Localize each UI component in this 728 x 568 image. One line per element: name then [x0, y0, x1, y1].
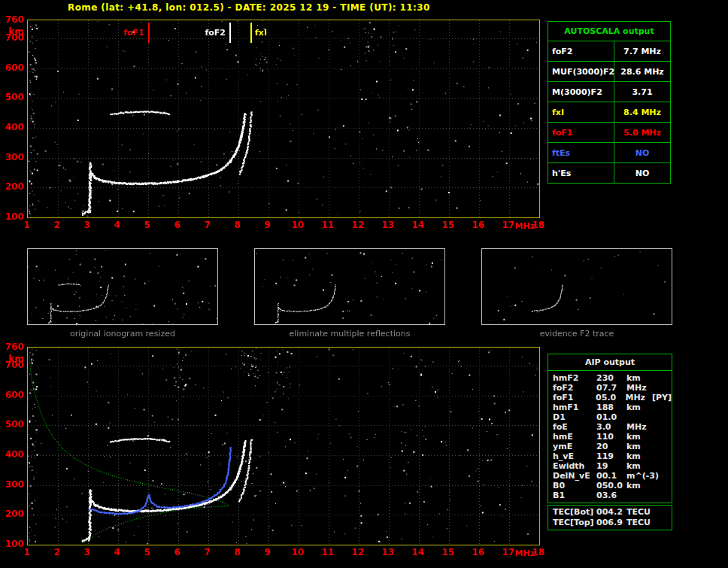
tec-aip-name: TEC[Top]	[548, 518, 596, 528]
x-tick-label: 1	[18, 547, 36, 557]
autoscala-row-label: ftEs	[548, 143, 614, 163]
aip-val: 20	[596, 442, 626, 451]
aip-name: hmF1	[548, 402, 596, 412]
x-tick-label: 12	[349, 220, 367, 230]
autoscala-table-rows: foF27.7 MHzMUF(3000)F228.6 MHzM(3000)F23…	[548, 41, 670, 183]
aip-extra	[654, 442, 672, 451]
x-tick-label: 1	[18, 220, 36, 230]
aip-unit: km	[626, 451, 654, 461]
tec-aip-val: 006.9	[596, 518, 626, 528]
y-tick-label: 300	[0, 152, 24, 163]
aip-row: Ewidth19km	[548, 461, 672, 471]
y-tick-label: 400	[0, 122, 24, 132]
tec-row: TEC[Top]006.9TECU	[548, 518, 672, 528]
y-tick-label: 500	[0, 92, 24, 102]
aip-extra	[654, 451, 672, 461]
thumbnail-original-box	[27, 248, 218, 325]
aip-val: 050.0	[596, 481, 626, 491]
thumbnail-multiples-box	[254, 248, 445, 325]
tec-aip-name: TEC[Bot]	[548, 507, 596, 518]
x-tick-label: 3	[78, 220, 96, 230]
x-tick-label: 13	[379, 220, 397, 230]
autoscala-row-label: MUF(3000)F2	[548, 62, 614, 81]
aip-row: B0050.0km	[548, 481, 672, 491]
x-tick-label: 17	[499, 220, 517, 230]
aip-name: Ewidth	[548, 461, 596, 471]
aip-extra	[654, 461, 672, 471]
thumbnail-f2trace-canvas	[482, 249, 672, 324]
x-tick-label: 9	[259, 547, 277, 557]
autoscala-row: MUF(3000)F228.6 MHz	[548, 61, 670, 81]
autoscala-row-value: 3.71	[614, 82, 670, 102]
aip-unit	[626, 412, 654, 422]
y-tick-label: 300	[0, 479, 24, 490]
aip-table-rows: hmF2230kmfoF207.7MHzfoF105.0MHz[PY]hmF11…	[548, 371, 672, 503]
thumbnail-panel-multiples: eliminate multiple reflections	[254, 248, 445, 339]
x-tick-label: 8	[229, 547, 247, 557]
x-tick-label: 14	[409, 547, 427, 557]
aip-unit: MHz	[625, 393, 651, 402]
x-tick-label: 18	[529, 220, 548, 230]
y-tick-label: 700	[0, 360, 24, 370]
autoscala-row-value: NO	[614, 143, 670, 163]
autoscala-row-value: 28.6 MHz	[614, 62, 670, 81]
x-tick-label: 4	[108, 220, 126, 230]
aip-unit: MHz	[626, 383, 654, 393]
aip-val: 19	[596, 461, 626, 471]
axis-unit-mhz: MHz	[515, 548, 535, 558]
thumbnail-original-canvas	[28, 249, 217, 324]
y-tick-label: 400	[0, 449, 24, 460]
autoscala-row: h'EsNO	[548, 163, 670, 183]
aip-name: foF1	[548, 393, 596, 402]
x-tick-label: 7	[199, 547, 217, 557]
autoscala-row-value: NO	[614, 163, 670, 183]
thumbnail-f2trace-caption: evidence F2 trace	[481, 329, 672, 339]
bottom-ionogram-plot	[27, 347, 540, 545]
y-tick-label: 700	[0, 32, 24, 43]
autoscala-row-label: fxI	[548, 102, 614, 122]
aip-output-table: AIP output hmF2230kmfoF207.7MHzfoF105.0M…	[548, 354, 672, 503]
aip-extra	[654, 383, 672, 393]
aip-unit: km	[626, 442, 654, 451]
x-tick-label: 11	[319, 220, 337, 230]
tec-output-box: TEC[Bot]004.2TECUTEC[Top]006.9TECU	[548, 505, 672, 530]
autoscala-app-window: Rome (lat: +41.8, lon: 012.5) - DATE: 20…	[0, 0, 728, 568]
aip-extra	[654, 422, 672, 432]
aip-name: hmF2	[548, 373, 596, 383]
aip-row: ymE20km	[548, 442, 672, 451]
aip-val: 01.0	[596, 412, 626, 422]
y-tick-label: 600	[0, 62, 24, 73]
x-tick-label: 15	[439, 547, 457, 557]
aip-row: hmF1188km	[548, 402, 672, 412]
y-tick-label: 100	[0, 539, 24, 549]
aip-table-title: AIP output	[548, 354, 672, 371]
autoscala-row: fxI8.4 MHz	[548, 102, 670, 122]
aip-extra	[654, 491, 672, 500]
aip-unit: m^(-3)	[626, 471, 654, 481]
tec-aip-val: 004.2	[596, 507, 626, 518]
autoscala-row-label: foF2	[548, 41, 614, 61]
x-tick-label: 5	[138, 220, 156, 230]
aip-unit: km	[626, 481, 654, 491]
aip-extra	[654, 481, 672, 491]
y-tick-label: 500	[0, 419, 24, 430]
aip-row: DelN_vE00.1m^(-3)	[548, 471, 672, 481]
x-tick-label: 14	[409, 220, 427, 230]
x-tick-label: 10	[289, 220, 307, 230]
aip-val: 188	[596, 402, 626, 412]
x-tick-label: 8	[229, 220, 247, 230]
x-tick-label: 11	[319, 547, 337, 557]
axis-unit-km: km	[0, 26, 24, 37]
autoscala-row-label: M(3000)F2	[548, 82, 614, 102]
thumbnail-f2trace-box	[481, 248, 672, 325]
aip-val: 230	[596, 373, 626, 383]
autoscala-row-label: foF1	[548, 123, 614, 142]
aip-row: h_vE119km	[548, 451, 672, 461]
aip-val: 05.0	[596, 393, 625, 402]
y-tick-label: 100	[0, 211, 24, 222]
y-tick-label: 200	[0, 181, 24, 192]
thumbnail-panel-original: original ionogram resized	[27, 248, 218, 339]
aip-extra: [PY]	[652, 393, 672, 402]
top-ionogram-plot	[27, 20, 540, 218]
y-tick-label: 760	[0, 342, 24, 352]
